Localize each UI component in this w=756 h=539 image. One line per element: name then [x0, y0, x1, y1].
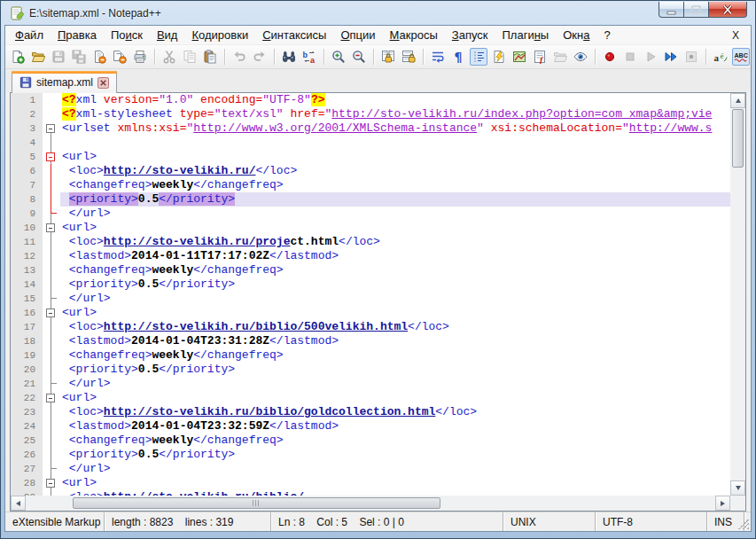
line-number: 12	[11, 249, 43, 263]
code-text[interactable]: <loc>http://sto-velikih.ru/project.html<…	[60, 235, 730, 249]
zoom-out-button[interactable]	[350, 48, 368, 66]
zoom-in-button[interactable]	[330, 48, 347, 66]
menu-macro[interactable]: Макросы	[383, 27, 445, 43]
code-text[interactable]: </url>	[60, 292, 730, 306]
code-text[interactable]: <priority>0.5</priority>	[60, 448, 730, 462]
line-number: 8	[11, 192, 43, 207]
spell-check-button[interactable]: ABC	[732, 48, 750, 66]
minimize-button[interactable]	[659, 2, 684, 18]
line-number: 3	[11, 121, 43, 136]
horizontal-scroll-thumb[interactable]	[73, 497, 440, 509]
tab-close-icon[interactable]	[97, 77, 109, 89]
fold-margin	[43, 348, 60, 363]
line-number: 10	[11, 221, 43, 235]
code-text[interactable]: <?xml version="1.0" encoding="UTF-8"?>	[60, 93, 730, 107]
menu-help[interactable]: ?	[596, 27, 617, 43]
titlebar[interactable]: E:\sitemap.xml - Notepad++	[4, 1, 752, 25]
open-file-button[interactable]	[29, 48, 47, 66]
menu-file[interactable]: Файл	[8, 27, 51, 43]
code-text[interactable]: <changefreq>weekly</changefreq>	[60, 348, 730, 363]
macro-record-button[interactable]	[601, 48, 619, 66]
function-list-button[interactable]: f	[531, 48, 549, 66]
vertical-scroll-thumb[interactable]	[732, 109, 744, 168]
fold-margin[interactable]	[43, 221, 60, 235]
code-text[interactable]: </url>	[60, 207, 730, 221]
user-defined-language-button[interactable]	[490, 48, 508, 66]
sync-vertical-scroll-button[interactable]	[379, 48, 397, 66]
replace-button[interactable]: ba	[300, 48, 318, 66]
menu-plugins[interactable]: Плагины	[495, 27, 556, 43]
code-text[interactable]: <loc>http://sto-velikih.ru/biblio/goldco…	[60, 405, 730, 419]
close-button[interactable]	[708, 2, 747, 18]
fold-margin[interactable]	[43, 476, 60, 490]
fold-margin[interactable]	[43, 121, 60, 136]
save-file-button	[50, 48, 67, 66]
code-text[interactable]: <changefreq>weekly</changefreq>	[60, 434, 730, 448]
code-text[interactable]: <priority>0.5</priority>	[60, 277, 730, 292]
code-text[interactable]: <?xml-stylesheet type="text/xsl" href="h…	[60, 107, 730, 121]
word-wrap-button[interactable]	[429, 48, 447, 66]
indent-guide-button[interactable]	[470, 48, 487, 66]
tab-sitemap-xml[interactable]: sitemap.xml	[12, 71, 117, 93]
print-button[interactable]	[131, 48, 149, 66]
code-text[interactable]: <changefreq>weekly</changefreq>	[60, 263, 730, 277]
scroll-up-button[interactable]	[730, 93, 745, 108]
paste-button[interactable]	[201, 48, 219, 66]
menu-search[interactable]: Поиск	[104, 27, 150, 43]
code-text[interactable]: <loc>http://sto-velikih.ru/</loc>	[60, 164, 730, 178]
code-text[interactable]: <priority>0.5</priority>	[60, 192, 730, 207]
status-cursor: Ln : 8 Col : 5 Sel : 0 | 0	[271, 512, 503, 531]
new-file-button[interactable]	[9, 48, 27, 66]
code-line-26: 26 <priority>0.5</priority>	[11, 448, 730, 462]
code-text[interactable]: <lastmod>2014-01-04T23:32:59Z</lastmod>	[60, 419, 730, 434]
code-text[interactable]: <priority>0.5</priority>	[60, 363, 730, 377]
code-text[interactable]: <loc>http://sto-velikih.ru/biblio/500vel…	[60, 320, 730, 334]
svg-text:¶: ¶	[455, 50, 463, 64]
code-text[interactable]: <url>	[60, 221, 730, 235]
find-button[interactable]	[280, 48, 298, 66]
menu-encoding[interactable]: Кодировки	[184, 27, 255, 43]
fold-margin	[43, 249, 60, 263]
show-all-characters-button[interactable]: ¶	[449, 48, 467, 66]
scroll-down-button[interactable]	[730, 480, 745, 496]
code-text[interactable]: <url>	[60, 391, 730, 405]
code-line-5: 5<url>	[11, 150, 730, 164]
code-text[interactable]	[60, 136, 730, 150]
menu-view[interactable]: Вид	[150, 27, 185, 43]
close-all-button[interactable]	[111, 48, 129, 66]
code-line-18: 18 <lastmod>2014-01-04T23:31:28Z</lastmo…	[11, 334, 730, 348]
fold-margin[interactable]	[43, 391, 60, 405]
line-number: 16	[11, 306, 43, 320]
character-panel-button[interactable]: aé	[712, 48, 729, 66]
code-area[interactable]: 1<?xml version="1.0" encoding="UTF-8"?>2…	[11, 93, 730, 496]
code-text[interactable]: </url>	[60, 377, 730, 391]
sync-horizontal-scroll-button[interactable]	[400, 48, 417, 66]
code-text[interactable]: <url>	[60, 476, 730, 490]
fold-margin[interactable]	[43, 306, 60, 320]
fold-margin[interactable]	[43, 150, 60, 164]
monitoring-button[interactable]	[572, 48, 589, 66]
code-text[interactable]: <changefreq>weekly</changefreq>	[60, 178, 730, 192]
menu-window[interactable]: Окна	[556, 27, 596, 43]
code-text[interactable]: <lastmod>2014-01-11T17:17:02Z</lastmod>	[60, 249, 730, 263]
menu-run[interactable]: Запуск	[445, 27, 495, 43]
code-text[interactable]: </url>	[60, 462, 730, 476]
toolbar-separator	[224, 49, 225, 65]
macro-run-multiple-button[interactable]	[662, 48, 680, 66]
scroll-left-button[interactable]	[11, 496, 26, 511]
maximize-button[interactable]	[684, 2, 708, 18]
code-text[interactable]: <url>	[60, 150, 730, 164]
code-text[interactable]: <urlset xmlns:xsi="http://www.w3.org/200…	[60, 121, 730, 136]
close-file-button[interactable]	[90, 48, 108, 66]
scroll-right-button[interactable]	[715, 496, 730, 511]
resize-grip[interactable]	[738, 519, 749, 529]
document-map-button[interactable]	[510, 48, 528, 66]
code-text[interactable]: <url>	[60, 306, 730, 320]
fold-margin	[43, 334, 60, 348]
menu-settings[interactable]: Опции	[333, 27, 382, 43]
menubar-close-button[interactable]: X	[732, 29, 751, 42]
line-number: 21	[11, 377, 43, 391]
menu-language[interactable]: Синтаксисы	[255, 27, 333, 43]
menu-edit[interactable]: Правка	[51, 27, 104, 43]
code-text[interactable]: <lastmod>2014-01-04T23:31:28Z</lastmod>	[60, 334, 730, 348]
